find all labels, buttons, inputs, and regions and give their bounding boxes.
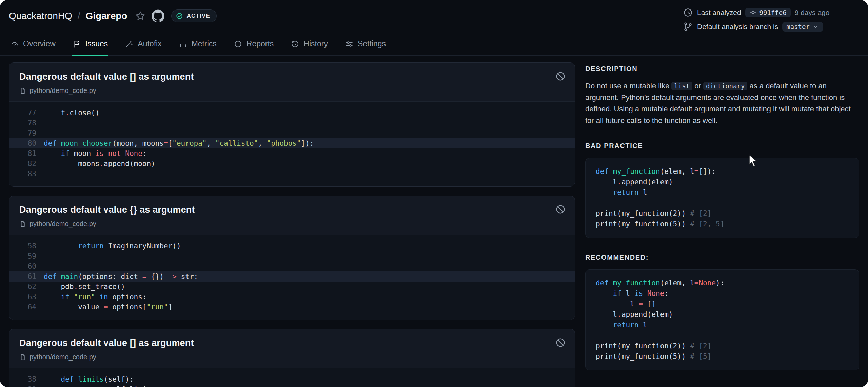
- code-line: 38 def limits(self):: [9, 374, 575, 384]
- code-text: [36, 251, 44, 261]
- code-token: moon: [70, 149, 95, 158]
- code-line: 58 return ImaginaryNumber(): [9, 241, 575, 251]
- code-token: append(elem): [622, 310, 673, 319]
- code-token: if: [61, 149, 70, 158]
- code-token: [: [168, 139, 173, 147]
- line-number: 61: [9, 271, 36, 282]
- description-text: or: [692, 82, 703, 90]
- code-token: .: [65, 109, 70, 117]
- tab-autofix[interactable]: Autofix: [124, 36, 162, 55]
- last-analyzed-time: 9 days ago: [795, 8, 830, 17]
- repo-name: Gigarepo: [86, 11, 127, 21]
- code-text: [36, 261, 44, 271]
- code-line: print(my_function(5)) # [2, 5]: [596, 219, 849, 229]
- tab-reports[interactable]: Reports: [233, 36, 275, 55]
- code-token: def: [596, 167, 613, 176]
- code-token: # [5]: [690, 352, 711, 361]
- code-token: (moon, moons: [112, 139, 164, 147]
- code-line: 61def main(options: dict = {}) -> str:: [9, 271, 575, 282]
- code-text: l = []: [596, 299, 656, 309]
- tab-settings[interactable]: Settings: [344, 36, 387, 55]
- code-line: 83: [9, 169, 575, 179]
- code-line: 39 return self.limits: [9, 384, 575, 387]
- breadcrumb: QuackatronHQ / Gigarepo ACTIVE: [9, 6, 217, 26]
- code-token: None: [698, 279, 716, 287]
- code-text: return l: [596, 320, 647, 330]
- code-text: pdb.set_trace(): [36, 282, 125, 292]
- code-token: [44, 242, 78, 250]
- code-text: print(my_function(2)) # [2]: [596, 208, 711, 219]
- star-icon[interactable]: [135, 10, 146, 22]
- github-icon[interactable]: [152, 9, 164, 22]
- code-text: if l is None:: [596, 288, 669, 299]
- code-token: "europa": [172, 139, 206, 147]
- bad-practice-section: BAD PRACTICE def my_function(elem, l=[])…: [585, 142, 859, 238]
- code-token: options[: [108, 303, 147, 311]
- code-token: (self):: [104, 375, 134, 383]
- code-token: def: [61, 375, 78, 383]
- issue-file: python/demo_code.py: [19, 353, 565, 361]
- commit-pill[interactable]: 991ffe6: [745, 8, 791, 17]
- line-number: 58: [9, 241, 36, 251]
- ignore-issue-button[interactable]: [555, 337, 566, 349]
- tab-metrics[interactable]: Metrics: [178, 36, 217, 55]
- code-token: main: [61, 272, 78, 281]
- org-name[interactable]: QuackatronHQ: [9, 11, 72, 21]
- code-token: ->: [168, 272, 177, 281]
- code-token: =: [694, 279, 699, 287]
- code-text: if moon is not None:: [36, 148, 146, 159]
- code-token: my_function: [613, 167, 660, 176]
- flag-icon: [73, 40, 81, 48]
- tab-issues[interactable]: Issues: [72, 36, 108, 55]
- header-top: QuackatronHQ / Gigarepo ACTIVE Last anal…: [9, 6, 859, 32]
- branch-selector[interactable]: master: [782, 22, 823, 32]
- code-line: [596, 330, 849, 341]
- code-line: return l: [596, 187, 849, 198]
- recommended-section: RECOMMENDED: def my_function(elem, l=Non…: [585, 253, 859, 370]
- code-token: [596, 321, 613, 329]
- description-heading: DESCRIPTION: [585, 65, 859, 73]
- code-text: def limits(self):: [36, 374, 134, 384]
- code-token: self: [104, 385, 125, 387]
- code-line: print(my_function(5)) # [5]: [596, 351, 849, 362]
- code-token: [70, 293, 74, 301]
- line-number: 38: [9, 374, 36, 384]
- code-token: [44, 293, 61, 301]
- code-token: l: [638, 188, 647, 197]
- code-token: None: [125, 149, 142, 158]
- code-token: .: [99, 160, 104, 168]
- line-number: 79: [9, 128, 36, 138]
- code-token: "run": [146, 303, 168, 311]
- issue-card-header: Dangerous default value [] as argumentpy…: [9, 329, 575, 368]
- wand-icon: [125, 40, 134, 48]
- description-text: Do not use a mutable like: [585, 82, 671, 90]
- tab-label: History: [303, 39, 328, 48]
- code-text: print(my_function(5)) # [2, 5]: [596, 219, 724, 229]
- branch-icon: [683, 22, 693, 32]
- chart-icon: [179, 40, 188, 48]
- code-line: def my_function(elem, l=[]):: [596, 166, 849, 177]
- code-token: "run": [74, 293, 95, 301]
- code-text: print(my_function(2)) # [2]: [596, 341, 711, 351]
- issue-title: Dangerous default value [] as argument: [19, 338, 565, 348]
- code-token: str:: [177, 272, 198, 281]
- tab-overview[interactable]: Overview: [9, 36, 56, 55]
- app-header: QuackatronHQ / Gigarepo ACTIVE Last anal…: [0, 0, 868, 56]
- inline-code: dictionary: [703, 82, 747, 90]
- tab-history[interactable]: History: [290, 36, 329, 55]
- code-token: l: [622, 289, 634, 298]
- code-token: print(my_function(2)): [596, 342, 690, 350]
- code-line: 82 moons.append(moon): [9, 159, 575, 169]
- ignore-issue-button[interactable]: [555, 71, 566, 83]
- code-token: ImaginaryNumber(): [104, 242, 181, 250]
- code-token: is not: [95, 149, 121, 158]
- ban-icon: [555, 71, 566, 82]
- code-token: [121, 149, 125, 158]
- code-token: [643, 289, 647, 298]
- issue-file: python/demo_code.py: [19, 87, 565, 95]
- check-circle-icon: [176, 12, 183, 20]
- ignore-issue-button[interactable]: [555, 204, 566, 216]
- gauge-icon: [10, 40, 19, 48]
- sliders-icon: [345, 40, 354, 48]
- line-number: 59: [9, 251, 36, 261]
